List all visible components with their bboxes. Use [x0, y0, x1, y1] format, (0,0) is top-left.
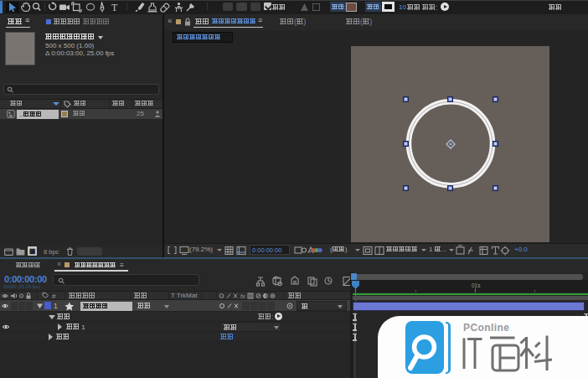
svg-text:#: #	[52, 293, 56, 300]
svg-text:T: T	[111, 2, 118, 13]
svg-text:fx: fx	[240, 293, 245, 299]
